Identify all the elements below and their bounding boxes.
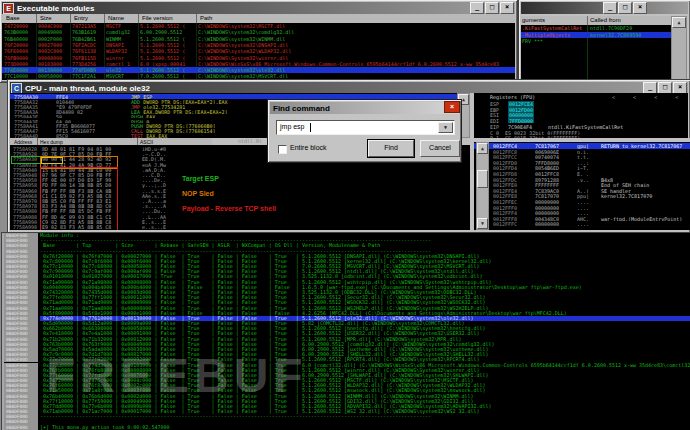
column-divider	[36, 14, 37, 23]
column-header[interactable]: guments	[522, 17, 545, 23]
find-dialog-titlebar[interactable]: Find command	[270, 102, 459, 114]
module-cell: 0002F000	[38, 36, 62, 42]
column-header-size[interactable]: Size	[40, 15, 52, 21]
find-command-input[interactable]: jmp esp ▼	[276, 120, 455, 135]
column-header-entry[interactable]: Entry	[74, 15, 88, 21]
module-cell: 774E0000	[4, 67, 28, 73]
modules-table: 747200000004C000747213A5MSCTF5.1.2600.55…	[2, 23, 515, 80]
call-stack-window-controls: _ □ ×	[603, 2, 647, 14]
module-cell: C:\WINDOWS\system32\MSCTF.dll	[198, 23, 285, 29]
column-header-name[interactable]: Name	[108, 15, 124, 21]
entire-block-label: Entire block	[290, 144, 327, 151]
scroll-up-icon[interactable]: ▲	[672, 17, 686, 28]
register-name: EIP	[490, 124, 499, 130]
module-cell: ole32	[106, 67, 121, 73]
chevron-down-icon[interactable]: ▼	[438, 122, 453, 133]
module-cell: 00027000	[38, 42, 62, 48]
module-cell: C:\WINDOWS\system32\ole32.dll	[198, 67, 285, 73]
executable-modules-icon: E	[3, 3, 14, 14]
find-button[interactable]: Find	[368, 140, 414, 157]
module-cell: DNSAPI	[106, 42, 124, 48]
callstack-from: kernel32.7C809590	[590, 32, 641, 38]
column-header-path[interactable]: Path	[200, 15, 212, 21]
module-cell: WINMM	[106, 36, 121, 42]
module-cell: 763B0000	[4, 29, 28, 35]
module-cell: 0004C000	[38, 23, 62, 29]
module-cell: C:\WINDOWS\system32\WINMM.dll	[198, 36, 285, 42]
module-cell: 5.1.2600.5512 (	[140, 67, 185, 73]
module-cell: 76F2ACDC	[72, 42, 96, 48]
scrollbar-thumb[interactable]	[477, 170, 488, 188]
payload-box	[40, 167, 118, 230]
module-cell: 774FD0B9	[72, 67, 96, 73]
register-row[interactable]: EDI7FFD8000	[474, 118, 688, 124]
module-cell: 5.1.2600.5512 (	[140, 36, 185, 42]
maximize-icon[interactable]: □	[485, 2, 499, 14]
close-icon[interactable]: ×	[633, 2, 647, 14]
module-cell: 76FB115D	[72, 55, 96, 61]
module-cell: 773D0000	[4, 61, 28, 67]
module-cell: 747213A5	[72, 23, 96, 29]
column-divider	[137, 138, 138, 145]
module-cell: winrnr	[106, 55, 124, 61]
module-cell: 763B1619	[72, 29, 96, 35]
cancel-button[interactable]: Cancel	[420, 140, 460, 157]
module-cell: 76FB0000	[4, 55, 28, 61]
registers-header: Registers (FPU)	[490, 94, 535, 100]
find-dialog-title: Find command	[273, 104, 330, 113]
call-stack-scrollbar[interactable]: ▲	[671, 16, 687, 80]
module-cell: 5.1.2600.5512 (	[140, 42, 185, 48]
call-stack-table: .KiFastSystemCallRetntdll.7C90DF20-Multi…	[521, 25, 671, 80]
module-cell: 6.00.2900.5512	[140, 29, 182, 35]
target-esp-label: Target ESP	[182, 175, 219, 182]
column-header-base[interactable]: Base	[6, 15, 20, 21]
minimize-icon[interactable]: _	[603, 2, 617, 14]
entire-block-checkbox[interactable]	[278, 145, 287, 154]
module-cell: 76F60000	[4, 48, 28, 54]
column-header[interactable]: Called from	[590, 17, 621, 23]
module-cell: 6.0 (xpsp.00041	[140, 61, 185, 67]
register-row[interactable]: EIP7C90E4F4ntdll.KiFastSystemCallRet	[474, 124, 688, 130]
column-header-file-version[interactable]: File version	[142, 15, 173, 21]
minimize-icon[interactable]: _	[470, 2, 484, 14]
column-divider	[37, 138, 38, 145]
module-cell: 00049000	[38, 29, 62, 35]
register-name: EDI	[490, 118, 499, 124]
module-cell: C:\WINDOWS\system32\DNSAPI.dll	[198, 42, 288, 48]
module-cell: 7.0.2600.5512 (	[140, 73, 185, 79]
module-cell: C:\WINDOWS\System32\winrnr.dll	[198, 55, 288, 61]
dump-ascii: e..s...E	[142, 224, 166, 229]
callstack-arg: .KiFastSystemCallRet	[522, 25, 582, 31]
close-icon[interactable]: ×	[444, 101, 460, 113]
column-divider	[70, 14, 71, 23]
executable-modules-window: E Executable modules _ □ × BaseSizeEntry…	[0, 0, 517, 82]
module-cell: comctl_1	[106, 61, 130, 67]
executable-modules-title: Executable modules	[17, 4, 94, 13]
callstack-arg: -MultipleObjects	[522, 32, 570, 38]
target-esp-box	[11, 156, 42, 164]
callstack-arg: FRV ***	[522, 38, 543, 44]
executable-modules-titlebar[interactable]: E Executable modules	[2, 2, 515, 14]
call-stack-row[interactable]: FRV ***	[521, 38, 671, 45]
stack-row[interactable]: 0012FFFC00000000....	[474, 221, 690, 227]
ollydbg-screen: E Executable modules _ □ × BaseSizeEntry…	[0, 0, 690, 430]
maximize-icon[interactable]: □	[618, 2, 632, 14]
stack-scrollbar[interactable]: ▲ ▼	[476, 142, 489, 230]
log-window: 0BADF00DModule info :0BADF00D-----------…	[2, 233, 690, 430]
module-cell: comdlg32	[106, 29, 130, 35]
module-cell: 5.1.2600.5512 (	[140, 55, 185, 61]
module-cell: 00103000	[38, 61, 62, 67]
module-cell: 00130000	[38, 67, 62, 73]
module-cell: 00058000	[38, 73, 62, 79]
module-cell: C:\WINDOWS\system32\MSVCRT.dll	[198, 73, 288, 79]
module-cell: 76F20000	[4, 42, 28, 48]
callstack-from: ntdll.7C90DF20	[590, 25, 632, 31]
module-cell: 0002C000	[38, 48, 62, 54]
log-gutter-cell: 0BADF00D	[4, 425, 38, 430]
log-line[interactable]: [+] This mona.py action took 0:00:02.547…	[40, 425, 690, 430]
module-row[interactable]: 77C100000005800077C1F2A1MSVCRT7.0.2600.5…	[2, 73, 515, 79]
scroll-down-icon[interactable]: ▼	[477, 218, 488, 229]
module-cell: 5.1.2600.5512 (	[140, 48, 185, 54]
close-icon[interactable]: ×	[500, 2, 514, 14]
scroll-up-icon[interactable]: ▲	[477, 143, 488, 154]
